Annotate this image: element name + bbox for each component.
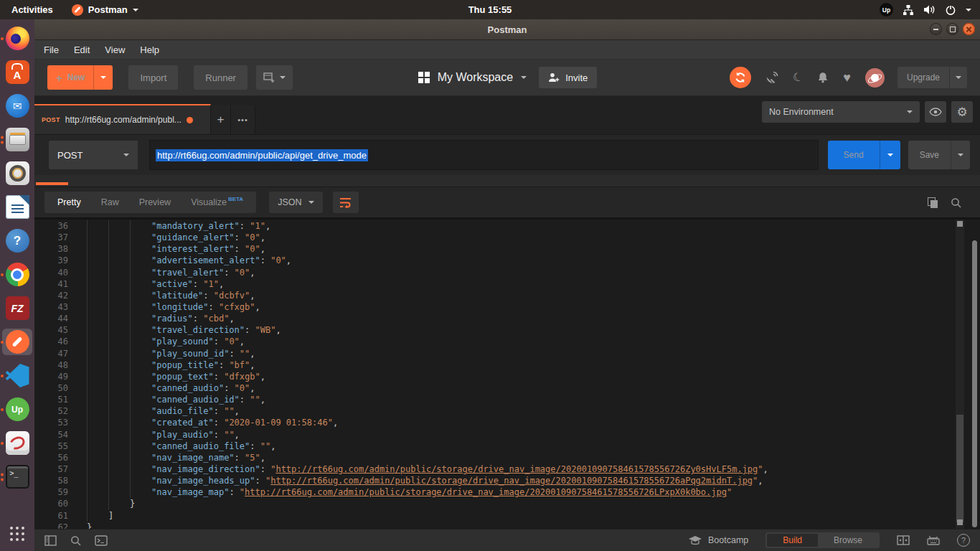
app-menu-button[interactable]: Postman <box>72 4 138 16</box>
copy-icon[interactable] <box>928 197 938 208</box>
more-tabs-button[interactable]: ••• <box>231 105 255 134</box>
two-pane-icon[interactable] <box>897 535 910 545</box>
environment-preview-button[interactable] <box>925 101 946 123</box>
new-dropdown-button[interactable] <box>93 65 113 90</box>
response-url-link[interactable]: http://rt66ug.com/admin/public/storage/d… <box>275 464 758 474</box>
find-icon[interactable] <box>70 535 81 546</box>
code-line: 61] <box>34 510 980 522</box>
send-dropdown-button[interactable] <box>880 141 900 169</box>
invite-label: Invite <box>565 72 588 83</box>
menu-view[interactable]: View <box>105 44 125 55</box>
line-number: 53 <box>34 417 68 428</box>
postman-window: Postman File Edit View Help + New <box>34 19 980 551</box>
moon-icon[interactable]: ☾ <box>791 70 805 85</box>
activities-button[interactable]: Activities <box>11 4 53 15</box>
minimize-button[interactable] <box>930 23 942 35</box>
volume-icon[interactable] <box>923 4 936 15</box>
tab-raw[interactable]: Raw <box>91 197 129 207</box>
request-tab[interactable]: POST http://rt66ug.com/admin/publ... <box>34 104 211 134</box>
close-button[interactable] <box>963 23 975 35</box>
help-icon[interactable] <box>957 534 970 547</box>
clock[interactable]: Thu 15:55 <box>468 4 512 15</box>
dock-item-screenshot-tool[interactable] <box>2 430 32 456</box>
dock-item-rhythmbox[interactable] <box>2 160 32 187</box>
format-selector[interactable]: JSON <box>269 192 323 213</box>
runner-button[interactable]: Runner <box>194 65 248 90</box>
bootcamp-button[interactable]: Bootcamp <box>688 535 748 545</box>
filezilla-icon: FZ <box>6 296 29 320</box>
new-button[interactable]: + New <box>47 65 113 90</box>
avatar[interactable] <box>865 68 885 88</box>
person-plus-icon <box>548 72 560 83</box>
satellite-icon[interactable] <box>765 71 778 84</box>
method-selector[interactable]: POST <box>49 141 138 169</box>
network-icon[interactable] <box>903 4 914 16</box>
chevron-down-icon <box>280 76 286 82</box>
scrollbar-top-handle[interactable] <box>957 221 963 227</box>
tab-pretty[interactable]: Pretty <box>47 197 91 207</box>
response-url-link[interactable]: http://rt66ug.com/admin/public/storage/d… <box>245 487 727 497</box>
dock-item-libreoffice-writer[interactable] <box>2 194 32 220</box>
show-applications-button[interactable] <box>2 520 32 547</box>
main-scrollbar[interactable] <box>972 240 977 527</box>
code-line: 43"longitude": "cfxgb", <box>34 301 980 313</box>
invite-button[interactable]: Invite <box>539 67 597 88</box>
menu-help[interactable]: Help <box>140 44 159 55</box>
url-input[interactable]: http://rt66ug.com/admin/public/api/get_d… <box>149 140 819 170</box>
window-titlebar[interactable]: Postman <box>34 19 980 40</box>
line-number: 57 <box>34 463 68 475</box>
save-button[interactable]: Save <box>908 141 970 169</box>
workspace-selector[interactable]: My Workspace <box>438 71 514 84</box>
menu-file[interactable]: File <box>44 44 59 55</box>
console-icon[interactable] <box>95 535 108 546</box>
line-number: 51 <box>34 394 68 405</box>
response-scrollbar[interactable] <box>956 220 964 529</box>
file-manager-icon <box>6 128 29 151</box>
sync-status-button[interactable] <box>730 67 751 88</box>
dock-item-help[interactable]: ? <box>2 227 32 254</box>
dock-item-filezilla[interactable]: FZ <box>2 295 32 321</box>
dock-item-postman[interactable] <box>2 329 32 355</box>
bell-icon[interactable] <box>817 72 829 83</box>
dock-item-terminal[interactable]: >_ <box>2 463 32 490</box>
build-tab[interactable]: Build <box>767 534 818 547</box>
url-selected-text: http://rt66ug.com/admin/public/api/get_d… <box>156 149 368 161</box>
new-window-button[interactable] <box>256 65 293 90</box>
send-button[interactable]: Send <box>828 141 900 169</box>
upwork-tray-icon[interactable]: Up <box>880 3 893 17</box>
new-tab-button[interactable]: + <box>211 105 231 134</box>
tab-visualize[interactable]: Visualize BETA <box>181 197 253 207</box>
tab-strip: POST http://rt66ug.com/admin/publ... + •… <box>34 96 980 135</box>
scrollbar-thumb[interactable] <box>956 415 963 522</box>
dock-item-upwork[interactable]: Up <box>2 396 32 423</box>
menu-edit[interactable]: Edit <box>74 44 90 55</box>
response-url-link[interactable]: http://rt66ug.com/admin/public/storage/d… <box>270 476 753 486</box>
environment-selector[interactable]: No Environment <box>762 101 920 123</box>
environment-settings-button[interactable]: ⚙ <box>951 101 973 123</box>
scrollbar-bottom-handle[interactable] <box>957 519 963 525</box>
search-icon[interactable] <box>951 197 961 208</box>
line-number: 58 <box>34 475 68 486</box>
upgrade-button[interactable]: Upgrade <box>897 67 967 88</box>
dock-item-thunderbird[interactable] <box>2 93 32 119</box>
maximize-button[interactable] <box>946 23 958 35</box>
dock-item-ubuntu-software[interactable]: A <box>2 59 32 85</box>
save-dropdown-button[interactable] <box>951 141 970 169</box>
import-button[interactable]: Import <box>128 65 178 90</box>
wrap-text-button[interactable] <box>333 192 359 213</box>
chevron-down-icon[interactable] <box>966 9 971 14</box>
sidebar-toggle-icon[interactable] <box>44 535 57 546</box>
heart-icon[interactable]: ♥ <box>843 71 851 84</box>
browse-tab[interactable]: Browse <box>818 534 878 547</box>
code-line: 41"active": "1", <box>34 278 980 290</box>
chevron-down-icon[interactable] <box>521 76 527 82</box>
dock-item-chrome[interactable] <box>2 261 32 288</box>
dock-item-firefox[interactable] <box>2 25 32 52</box>
keyboard-shortcuts-icon[interactable] <box>927 535 940 545</box>
tab-preview[interactable]: Preview <box>129 197 181 207</box>
upgrade-dropdown-button[interactable] <box>949 67 967 88</box>
power-icon[interactable] <box>945 4 956 16</box>
dock-item-vscode[interactable] <box>2 362 32 389</box>
dock-item-file-manager[interactable] <box>2 126 32 153</box>
line-number: 40 <box>34 267 68 278</box>
